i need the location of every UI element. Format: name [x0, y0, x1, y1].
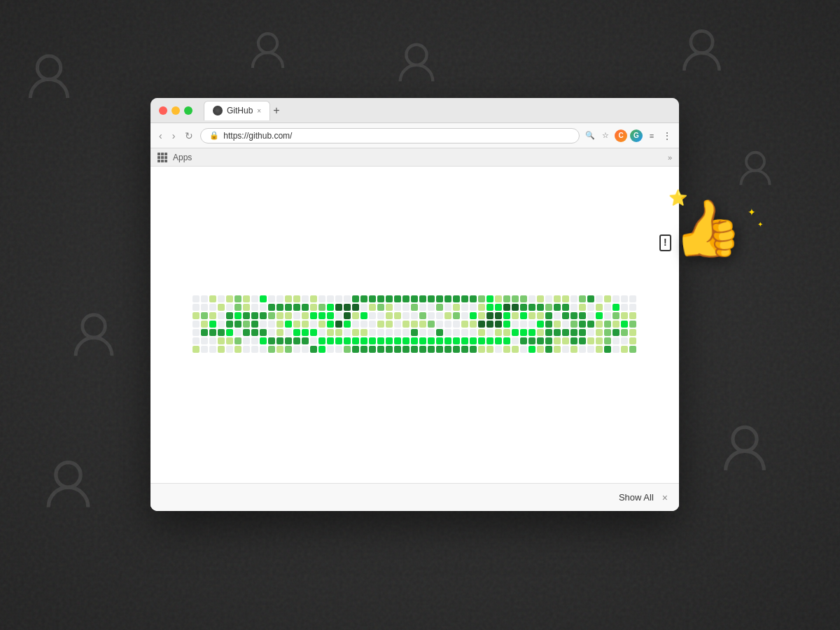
extension-icon-1[interactable]: C — [615, 130, 627, 142]
contribution-grid-canvas — [160, 178, 671, 472]
title-bar: GitHub × + — [150, 98, 679, 123]
svg-point-0 — [37, 56, 60, 79]
ghost-icon-5 — [734, 147, 777, 193]
search-icon[interactable]: 🔍 — [584, 130, 596, 142]
tab-title: GitHub — [227, 106, 253, 115]
svg-point-7 — [733, 427, 757, 451]
content-area: Show All × — [150, 167, 679, 511]
ghost-icon-2 — [245, 28, 290, 76]
star-icon-3: ✦ — [757, 220, 763, 228]
tab-area: GitHub × + — [204, 101, 671, 120]
svg-point-1 — [258, 34, 277, 52]
forward-button[interactable]: › — [169, 129, 178, 143]
bottom-bar: Show All × — [150, 483, 679, 511]
browser-tab[interactable]: GitHub × — [204, 101, 270, 120]
apps-button[interactable]: Apps — [158, 153, 192, 162]
extensions-menu-icon[interactable]: ≡ — [645, 130, 658, 142]
bottom-close-button[interactable]: × — [662, 492, 668, 503]
tab-favicon — [213, 106, 223, 115]
ghost-icon-1 — [21, 49, 77, 108]
url-text: https://github.com/ — [223, 131, 570, 141]
ghost-icon-6 — [66, 308, 121, 365]
bookmarks-bar: Apps » — [150, 148, 679, 167]
back-button[interactable]: ‹ — [156, 129, 165, 143]
security-icon: 🔒 — [209, 131, 219, 140]
svg-point-3 — [691, 31, 713, 52]
ghost-icon-8 — [716, 420, 774, 480]
svg-point-5 — [83, 315, 106, 338]
svg-point-6 — [56, 463, 80, 487]
exclamation-badge: ! — [659, 234, 671, 251]
url-bar[interactable]: 🔒 https://github.com/ — [200, 128, 580, 144]
thumbs-up-decoration: ⭐ ✦ ✦ 👍 ! — [672, 196, 742, 262]
bookmarks-more[interactable]: » — [668, 153, 672, 162]
extension-icon-2[interactable]: G — [630, 130, 643, 142]
bookmark-icon[interactable]: ☆ — [599, 130, 612, 142]
address-bar: ‹ › ↻ 🔒 https://github.com/ 🔍 ☆ C G ≡ ⋮ — [150, 123, 679, 148]
close-button[interactable] — [159, 106, 167, 115]
apps-label: Apps — [173, 153, 192, 162]
toolbar-icons: 🔍 ☆ C G ≡ ⋮ — [584, 130, 673, 142]
reload-button[interactable]: ↻ — [182, 129, 196, 143]
ghost-icon-3 — [392, 38, 441, 90]
svg-point-2 — [406, 45, 426, 65]
traffic-lights — [159, 106, 192, 115]
more-options-icon[interactable]: ⋮ — [661, 130, 673, 142]
maximize-button[interactable] — [184, 106, 192, 115]
ghost-icon-7 — [38, 455, 98, 517]
star-icon-2: ✦ — [748, 206, 756, 218]
tab-close-icon[interactable]: × — [257, 107, 261, 115]
svg-point-4 — [746, 153, 764, 171]
new-tab-button[interactable]: + — [273, 104, 279, 117]
show-all-button[interactable]: Show All — [619, 492, 654, 503]
apps-grid-icon — [158, 153, 167, 162]
thumbs-up-emoji: 👍 — [669, 193, 745, 265]
ghost-icon-4 — [676, 24, 728, 80]
minimize-button[interactable] — [172, 106, 180, 115]
browser-window: GitHub × + ‹ › ↻ 🔒 https://github.com/ 🔍… — [150, 98, 679, 511]
contribution-grid-wrapper — [150, 167, 679, 483]
